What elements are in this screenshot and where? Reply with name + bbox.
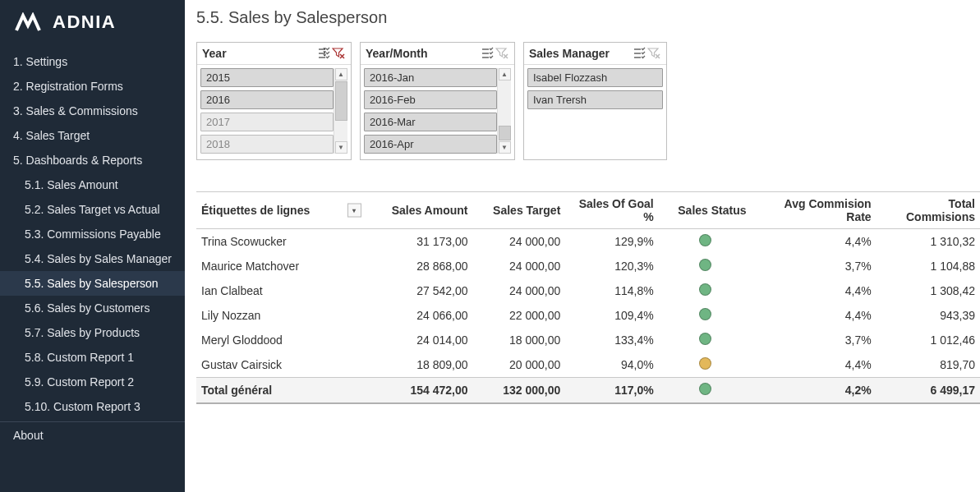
nav-sales-target[interactable]: 4. Sales Target [0,123,185,148]
subnav-sales-by-products[interactable]: 5.7. Sales by Products [0,320,185,345]
header-total-commissions: Total Commisions [876,192,980,229]
subnav-sales-by-customers[interactable]: 5.6. Sales by Customers [0,296,185,320]
slicer-year-month: Year/Month 2016-Jan 2016-Feb 2016-Mar 20… [360,42,515,160]
slicer-year-header: Year [197,43,351,65]
slicer-year-option[interactable]: 2015 [200,68,334,87]
total-goal: 117,0% [565,378,658,404]
cell-goal: 133,4% [565,328,658,352]
header-sales-of-goal: Sales Of Goal % [565,192,658,229]
header-row-labels: Étiquettes de lignes ▾ [196,192,365,229]
status-dot-icon [699,234,711,246]
slicer-year-month-option[interactable]: 2016-Jan [364,68,497,87]
scroll-down-icon[interactable]: ▼ [499,141,511,154]
subnav-custom-report-2[interactable]: 5.9. Custom Report 2 [0,370,185,394]
clear-filter-icon[interactable] [495,46,509,61]
multiselect-icon[interactable] [480,46,495,61]
cell-status [659,278,752,303]
cell-rate: 3,7% [752,328,876,352]
clear-filter-icon[interactable] [646,46,661,61]
cell-commissions: 1 104,88 [876,254,980,278]
subnav-custom-report-3[interactable]: 5.10. Custom Report 3 [0,394,185,419]
nav-about[interactable]: About [0,423,185,448]
cell-rate: 4,4% [752,303,876,328]
total-commissions: 6 499,17 [876,378,980,404]
total-amount: 154 472,00 [365,378,473,404]
slicer-sales-manager: Sales Manager Isabel Flozzash Ivan Trers… [523,42,667,160]
table-total-row: Total général 154 472,00 132 000,00 117,… [196,378,980,404]
cell-amount: 24 014,00 [365,328,473,352]
cell-status [659,303,752,328]
cell-commissions: 1 012,46 [876,328,980,352]
cell-target: 24 000,00 [472,229,565,255]
table-row[interactable]: Gustav Cairsick18 809,0020 000,0094,0%4,… [196,352,980,378]
table-row[interactable]: Maurice Matchover28 868,0024 000,00120,3… [196,254,980,278]
header-sales-status: Sales Status [659,192,752,229]
total-target: 132 000,00 [472,378,565,404]
nav-dashboards-reports[interactable]: 5. Dashboards & Reports [0,148,185,172]
row-labels-filter-icon[interactable]: ▾ [347,204,361,218]
header-row-labels-text: Étiquettes de lignes [201,204,310,217]
cell-label: Meryl Gloddood [196,328,365,352]
cell-target: 18 000,00 [472,328,565,352]
subnav-sales-amount[interactable]: 5.1. Sales Amount [0,172,185,197]
cell-rate: 4,4% [752,352,876,378]
cell-goal: 114,8% [565,278,658,303]
slicer-year-month-body: 2016-Jan 2016-Feb 2016-Mar 2016-Apr ▲ ▼ [361,65,514,157]
nav: 1. Settings 2. Registration Forms 3. Sal… [0,49,185,448]
logo-text: ADNIA [53,11,116,33]
table-row[interactable]: Meryl Gloddood24 014,0018 000,00133,4%3,… [196,328,980,352]
table-row[interactable]: Lily Nozzan24 066,0022 000,00109,4%4,4%9… [196,303,980,328]
scroll-up-icon[interactable]: ▲ [499,68,511,80]
slicer-sales-manager-option[interactable]: Isabel Flozzash [527,68,663,87]
cell-target: 22 000,00 [472,303,565,328]
cell-amount: 24 066,00 [365,303,473,328]
subnav-sales-by-salesperson[interactable]: 5.5. Sales by Salesperson [0,271,185,296]
scroll-down-icon[interactable]: ▼ [335,141,347,154]
table-row[interactable]: Trina Scowucker31 173,0024 000,00129,9%4… [196,229,980,255]
subnav-sales-by-sales-manager[interactable]: 5.4. Sales by Sales Manager [0,246,185,271]
pivot-table: Étiquettes de lignes ▾ Sales Amount Sale… [196,191,980,404]
nav-sales-commissions[interactable]: 3. Sales & Commissions [0,99,185,123]
cell-rate: 4,4% [752,278,876,303]
slicer-year-month-option[interactable]: 2016-Feb [364,90,497,109]
cell-commissions: 819,70 [876,352,980,378]
header-avg-commission-rate: Avg Commision Rate [752,192,876,229]
subnav-custom-report-1[interactable]: 5.8. Custom Report 1 [0,345,185,370]
sidebar: ADNIA 1. Settings 2. Registration Forms … [0,0,185,492]
cell-target: 24 000,00 [472,278,565,303]
cell-commissions: 1 308,42 [876,278,980,303]
clear-filter-icon[interactable] [331,46,346,61]
cell-amount: 31 173,00 [365,229,473,255]
slicer-year-month-option[interactable]: 2016-Apr [364,135,497,154]
scroll-thumb[interactable] [499,126,511,140]
cell-amount: 27 542,00 [365,278,473,303]
table-header-row: Étiquettes de lignes ▾ Sales Amount Sale… [196,192,980,229]
cell-status [659,328,752,352]
slicer-year-month-option[interactable]: 2016-Mar [364,113,497,131]
table-row[interactable]: Ian Clalbeat27 542,0024 000,00114,8%4,4%… [196,278,980,303]
multiselect-icon[interactable] [632,46,646,61]
slicer-sales-manager-option[interactable]: Ivan Trersh [527,90,663,109]
status-dot-icon [699,333,711,345]
cell-label: Gustav Cairsick [196,352,365,378]
cell-rate: 3,7% [752,254,876,278]
scrollbar[interactable]: ▲ ▼ [497,68,511,154]
slicer-year: Year 2015 2016 2017 2018 ▲ [196,42,352,160]
slicer-sales-manager-title: Sales Manager [529,47,632,60]
scroll-up-icon[interactable]: ▲ [335,68,347,80]
cell-goal: 120,3% [565,254,658,278]
slicer-year-option[interactable]: 2018 [200,135,334,154]
cell-goal: 109,4% [565,303,658,328]
cell-label: Lily Nozzan [196,303,365,328]
nav-settings[interactable]: 1. Settings [0,49,185,74]
slicer-year-option[interactable]: 2016 [200,90,334,109]
scrollbar[interactable]: ▲ ▼ [334,68,347,154]
subnav-commissions-payable[interactable]: 5.3. Commissions Payable [0,222,185,246]
subnav-sales-target-vs-actual[interactable]: 5.2. Sales Target vs Actual [0,197,185,222]
multiselect-icon[interactable] [316,46,331,61]
slicer-year-option[interactable]: 2017 [200,113,334,131]
scroll-thumb[interactable] [335,81,347,121]
cell-amount: 18 809,00 [365,352,473,378]
nav-registration-forms[interactable]: 2. Registration Forms [0,74,185,99]
status-dot-icon [699,357,711,370]
